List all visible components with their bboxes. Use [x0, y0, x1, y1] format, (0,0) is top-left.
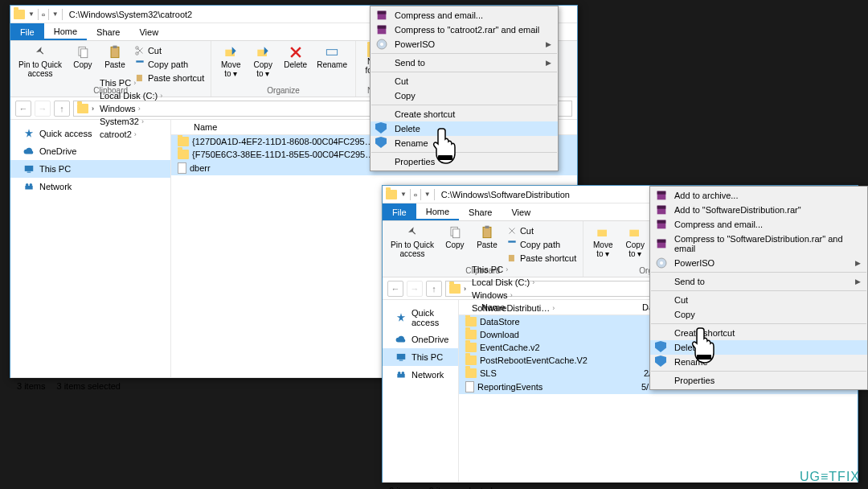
sidebar: Quick accessOneDriveThis PCNetwork	[10, 120, 171, 377]
rename-button[interactable]: Rename	[313, 43, 350, 71]
quickbar-icon[interactable]: ▫	[42, 10, 45, 19]
down-icon[interactable]: ▼	[28, 10, 35, 18]
crumb[interactable]: Windows ›	[97, 102, 165, 115]
tab-file[interactable]: File	[10, 23, 44, 40]
folder-icon	[77, 104, 88, 113]
sidebar-item-onedrive[interactable]: OneDrive	[383, 331, 458, 348]
menu-item-rename[interactable]: Rename	[371, 136, 558, 150]
svg-point-21	[380, 43, 383, 46]
tab-home[interactable]: Home	[416, 203, 459, 220]
cut-button[interactable]: Cut	[505, 224, 578, 237]
sidebar-item-onedrive[interactable]: OneDrive	[10, 142, 170, 160]
svg-rect-30	[630, 230, 640, 236]
menu-item-properties[interactable]: Properties	[371, 154, 558, 169]
tab-file[interactable]: File	[383, 203, 416, 220]
menu-item-copy[interactable]: Copy	[650, 307, 867, 322]
copy-label: Copy	[73, 60, 92, 69]
menu-item-add-to-archive-[interactable]: Add to archive...	[650, 188, 867, 203]
folder-icon	[449, 284, 461, 294]
svg-rect-3	[113, 46, 117, 48]
up-button[interactable]: ↑	[54, 101, 70, 117]
down-icon[interactable]: ▼	[52, 10, 59, 18]
rar-icon	[655, 237, 668, 250]
menu-item-poweriso[interactable]: PowerISO▶	[371, 37, 558, 51]
tab-home[interactable]: Home	[44, 23, 87, 40]
svg-rect-13	[25, 186, 32, 190]
quickbar-icon[interactable]: ▫	[414, 190, 417, 199]
statusbar: 6 items 6 items selected	[383, 482, 858, 489]
menu-item-cut[interactable]: Cut	[650, 293, 867, 307]
copypath-button[interactable]: Copy path	[505, 238, 578, 251]
svg-rect-26	[485, 226, 489, 228]
crumb[interactable]: Local Disk (C:) ›	[97, 89, 165, 102]
forward-button[interactable]: →	[35, 101, 51, 117]
copy-button[interactable]: Copy	[68, 43, 97, 71]
group-organize: Organize	[216, 85, 350, 95]
sidebar-item-quick-access[interactable]: Quick access	[383, 305, 458, 331]
crumb[interactable]: This PC ›	[469, 263, 557, 276]
menu-item-rename[interactable]: Rename	[650, 355, 867, 369]
col-name[interactable]: Name	[481, 302, 642, 312]
copypath-button[interactable]: Copy path	[133, 58, 206, 71]
pin-button[interactable]: Pin to Quick access	[387, 223, 437, 260]
menu-item-delete[interactable]: Delete	[371, 121, 558, 136]
menu-item-create-shortcut[interactable]: Create shortcut	[650, 326, 867, 340]
tab-view[interactable]: View	[129, 23, 168, 40]
menu-item-add-to-softwaredistribut[interactable]: Add to "SoftwareDistribution.rar"	[650, 203, 867, 217]
menu-item-delete[interactable]: Delete	[650, 340, 867, 355]
context-menu[interactable]: Add to archive...Add to "SoftwareDistrib…	[649, 186, 868, 390]
crumb[interactable]: Local Disk (C:) ›	[469, 276, 557, 289]
menu-item-send-to[interactable]: Send to▶	[371, 55, 558, 70]
menu-item-poweriso[interactable]: PowerISO▶	[650, 256, 867, 270]
copyto-button[interactable]: Copy to ▾	[248, 43, 277, 80]
back-button[interactable]: ←	[15, 101, 31, 117]
menu-item-send-to[interactable]: Send to▶	[650, 274, 867, 289]
status-selected: 3 items selected	[56, 381, 120, 391]
forward-button[interactable]: →	[407, 281, 423, 297]
copyto-button[interactable]: Copy to ▾	[620, 223, 649, 260]
tab-view[interactable]: View	[502, 203, 540, 220]
svg-rect-6	[136, 60, 143, 62]
down-icon[interactable]: ▼	[424, 191, 431, 198]
status-count: 3 items	[17, 381, 45, 391]
svg-point-15	[30, 183, 33, 187]
svg-rect-42	[657, 220, 666, 224]
menu-item-compress-to-softwaredist[interactable]: Compress to "SoftwareDistribution.rar" a…	[650, 232, 867, 256]
rar-icon	[655, 203, 668, 216]
tab-share[interactable]: Share	[459, 203, 502, 220]
svg-rect-24	[452, 229, 459, 238]
crumb[interactable]: This PC ›	[97, 76, 165, 89]
delete-button[interactable]: Delete	[280, 43, 310, 71]
moveto-button[interactable]: Move to ▾	[216, 43, 245, 80]
menu-item-copy[interactable]: Copy	[371, 88, 558, 103]
tab-share[interactable]: Share	[87, 23, 129, 40]
menu-item-cut[interactable]: Cut	[371, 74, 558, 88]
sidebar-item-this-pc[interactable]: This PC	[383, 348, 458, 366]
cloud-icon	[23, 146, 35, 157]
svg-rect-12	[27, 172, 31, 173]
file-icon	[178, 162, 186, 174]
cut-button[interactable]: Cut	[133, 44, 206, 57]
chevron-right-icon: ▶	[546, 59, 551, 67]
sidebar-item-network[interactable]: Network	[10, 178, 170, 195]
piso-icon	[375, 38, 388, 51]
moveto-button[interactable]: Move to ▾	[588, 223, 617, 260]
svg-rect-2	[111, 47, 119, 57]
copy-button[interactable]: Copy	[440, 223, 469, 251]
menu-item-compress-and-email-[interactable]: Compress and email...	[371, 8, 558, 23]
pin-button[interactable]: Pin to Quick access	[15, 43, 65, 80]
context-menu[interactable]: Compress and email...Compress to "catroo…	[370, 6, 559, 171]
sidebar-item-quick-access[interactable]: Quick access	[10, 125, 170, 142]
menu-item-properties[interactable]: Properties	[650, 373, 867, 388]
menu-item-compress-to-catroot-rar-[interactable]: Compress to "catroot2.rar" and email	[371, 23, 558, 37]
menu-item-create-shortcut[interactable]: Create shortcut	[371, 107, 558, 121]
paste-button[interactable]: Paste	[100, 43, 129, 71]
paste-button[interactable]: Paste	[473, 223, 502, 251]
svg-rect-44	[657, 240, 666, 243]
up-button[interactable]: ↑	[426, 281, 442, 297]
menu-item-compress-and-email-[interactable]: Compress and email...	[650, 217, 867, 232]
back-button[interactable]: ←	[387, 281, 403, 297]
down-icon[interactable]: ▼	[400, 191, 407, 198]
sidebar-item-network[interactable]: Network	[383, 366, 458, 384]
sidebar-item-this-pc[interactable]: This PC	[10, 160, 170, 178]
